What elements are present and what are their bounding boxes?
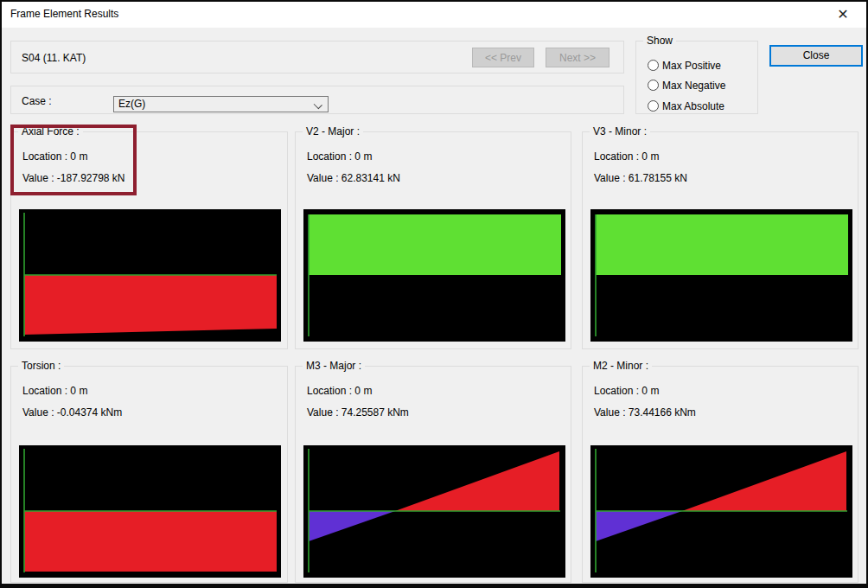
radio-max-positive[interactable]: Max Positive	[648, 57, 721, 69]
case-dropdown[interactable]: Ez(G)	[113, 96, 329, 112]
panel-m3-major: M3 - Major : Location : 0 m Value : 74.2…	[295, 366, 571, 583]
location-text: Location : 0 m	[307, 385, 372, 397]
location-text: Location : 0 m	[307, 150, 372, 163]
value-text: Value : -187.92798 kN	[22, 172, 125, 184]
diagram-torsion	[19, 445, 281, 578]
chevron-down-icon	[315, 102, 322, 109]
diagram-v2-major	[303, 209, 565, 342]
value-text: Value : 61.78155 kN	[594, 172, 687, 184]
panel-m2-minor: M2 - Minor : Location : 0 m Value : 73.4…	[582, 366, 858, 583]
diagram-axial-force	[19, 209, 281, 342]
panel-title: Torsion :	[18, 360, 64, 372]
diagram-v3-minor	[590, 209, 852, 342]
value-text: Value : 62.83141 kN	[307, 172, 400, 184]
location-text: Location : 0 m	[594, 385, 659, 397]
radio-max-negative[interactable]: Max Negative	[648, 77, 725, 89]
panel-title: V2 - Major :	[303, 125, 363, 137]
show-group: Show Max Positive Max Negative Max Absol…	[635, 41, 758, 114]
panel-title: V3 - Minor :	[590, 125, 650, 137]
next-button[interactable]: Next >>	[546, 48, 610, 67]
prev-button[interactable]: << Prev	[472, 48, 534, 67]
value-text: Value : -0.04374 kNm	[22, 406, 122, 419]
value-text: Value : 73.44166 kNm	[594, 406, 696, 419]
element-name: S04 (11. KAT)	[22, 52, 86, 64]
panel-title: M3 - Major :	[303, 360, 365, 372]
radio-max-absolute[interactable]: Max Absolute	[648, 98, 724, 110]
panel-v3-minor: V3 - Minor : Location : 0 m Value : 61.7…	[582, 131, 858, 349]
case-selected-value: Ez(G)	[118, 98, 145, 110]
value-text: Value : 74.25587 kNm	[307, 406, 409, 419]
panel-title: M2 - Minor :	[590, 360, 652, 372]
dialog-title: Frame Element Results	[10, 8, 118, 20]
location-text: Location : 0 m	[22, 150, 87, 163]
close-icon[interactable]: ✕	[833, 5, 852, 24]
panel-torsion: Torsion : Location : 0 m Value : -0.0437…	[10, 366, 288, 583]
radio-icon	[648, 60, 659, 71]
diagram-m3-major	[303, 445, 565, 578]
location-text: Location : 0 m	[594, 150, 659, 163]
close-button[interactable]: Close	[769, 45, 863, 67]
diagram-m2-minor	[590, 445, 852, 578]
radio-icon	[648, 100, 659, 112]
panel-title: Axial Force :	[18, 125, 83, 137]
panel-axial-force: Axial Force : Location : 0 m Value : -18…	[10, 131, 288, 349]
case-box: Case : Ez(G)	[10, 86, 624, 114]
panel-v2-major: V2 - Major : Location : 0 m Value : 62.8…	[295, 131, 571, 349]
radio-icon	[648, 80, 659, 91]
title-bar: Frame Element Results ✕	[2, 2, 866, 28]
location-text: Location : 0 m	[22, 385, 87, 397]
frame-element-results-dialog: Frame Element Results ✕ S04 (11. KAT) <<…	[0, 0, 868, 588]
show-group-label: Show	[643, 35, 676, 47]
element-info-box: S04 (11. KAT) << Prev Next >>	[10, 41, 624, 74]
case-label: Case :	[22, 95, 52, 107]
